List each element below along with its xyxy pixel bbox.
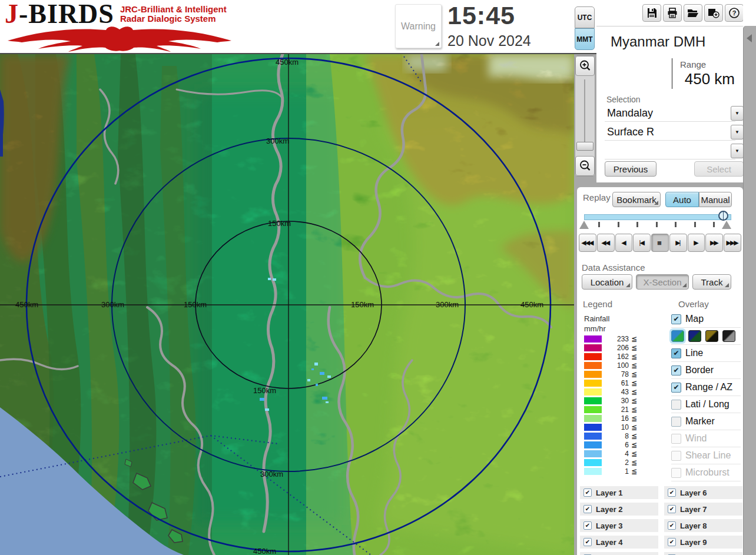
overlay-item-lati-long[interactable]: Lati / Long [671, 396, 741, 413]
panel-collapse-strip[interactable] [743, 26, 756, 555]
step-back-button[interactable]: |◀ [633, 234, 651, 252]
unchecked-checkbox-icon[interactable] [671, 417, 681, 427]
selection-dropdown-product[interactable]: Surface R ▼ [605, 124, 735, 141]
overlay-item-wind[interactable]: Wind [671, 430, 741, 447]
chevron-down-icon[interactable]: ▼ [731, 125, 744, 139]
checked-checkbox-icon[interactable]: ✔ [668, 521, 676, 530]
previous-button[interactable]: Previous [605, 161, 656, 177]
corner-fold-icon [626, 283, 630, 287]
warning-button[interactable]: Warning [395, 4, 442, 48]
overlay-item-map[interactable]: ✔Map [671, 311, 741, 328]
chevron-down-icon[interactable]: ▼ [731, 144, 744, 158]
add-image-button[interactable] [704, 4, 723, 22]
replay-slider-handle[interactable] [718, 211, 728, 221]
checked-checkbox-icon[interactable]: ✔ [668, 488, 676, 497]
zoom-out-button[interactable] [575, 156, 595, 176]
overlay-item-line[interactable]: ✔Line [671, 345, 741, 362]
zoom-slider-handle[interactable] [576, 142, 593, 151]
zoom-slider-track[interactable] [584, 79, 585, 150]
checked-checkbox-icon[interactable]: ✔ [583, 538, 592, 546]
warning-label: Warning [401, 21, 436, 32]
layer-row-layer-7[interactable]: ✔Layer 7 [664, 503, 742, 516]
replay-auto-button[interactable]: Auto [665, 192, 699, 207]
checked-checkbox-icon[interactable]: ✔ [583, 505, 592, 513]
legend-swatch [584, 362, 602, 369]
clock-time: 15:45 [447, 1, 515, 30]
lte-symbol: ≦ [631, 441, 637, 449]
map-style-1-selected[interactable] [671, 330, 684, 342]
checked-checkbox-icon[interactable]: ✔ [671, 314, 681, 324]
save-button[interactable] [642, 4, 661, 22]
legend-value: 100 [609, 361, 629, 370]
print-button[interactable] [663, 4, 682, 22]
overlay-item-marker[interactable]: Marker [671, 413, 741, 430]
zoom-in-button[interactable] [575, 56, 595, 76]
map-style-3[interactable] [705, 330, 718, 342]
play-backward-button[interactable]: ◀ [615, 234, 633, 252]
checked-checkbox-icon[interactable]: ✔ [668, 538, 676, 546]
layer-row-layer-4[interactable]: ✔Layer 4 [580, 536, 658, 549]
overlay-item-shear-line[interactable]: Shear Line [671, 447, 741, 464]
slider-start-marker[interactable] [579, 221, 589, 229]
legend-swatch [584, 397, 602, 404]
layer-row-layer-1[interactable]: ✔Layer 1 [580, 486, 658, 499]
map-style-4[interactable] [722, 330, 735, 342]
utc-button[interactable]: UTC [575, 6, 595, 28]
slider-end-marker[interactable] [722, 221, 731, 229]
overlay-item-microburst[interactable]: Microburst [671, 464, 741, 481]
play-button[interactable]: ▶ [688, 234, 705, 252]
ring-label-450-bottom: 450km [253, 547, 276, 555]
lte-symbol: ≦ [631, 414, 637, 423]
stop-button[interactable]: ■ [651, 234, 669, 252]
ring-label-150-bottom: 150km [253, 386, 276, 395]
checked-checkbox-icon[interactable]: ✔ [671, 348, 681, 358]
unchecked-checkbox-icon[interactable] [671, 468, 681, 478]
select-button[interactable]: Select [694, 161, 744, 177]
layer-row-layer-9[interactable]: ✔Layer 9 [664, 536, 742, 549]
checked-checkbox-icon[interactable]: ✔ [583, 521, 592, 530]
layer-row-layer-3[interactable]: ✔Layer 3 [580, 519, 658, 532]
layer-row-layer-8[interactable]: ✔Layer 8 [664, 519, 742, 532]
radar-echo [265, 408, 269, 411]
selection-dropdown-extra[interactable]: ▼ [605, 143, 735, 159]
rewind-button[interactable]: ◀◀ [597, 234, 615, 252]
mmt-button[interactable]: MMT [575, 28, 595, 50]
ring-label-300-top: 300km [266, 137, 289, 145]
radar-echo [320, 372, 324, 375]
checked-checkbox-icon[interactable]: ✔ [583, 488, 592, 497]
lte-symbol: ≦ [631, 388, 637, 396]
layer-row-layer-10[interactable]: ✔Layer 10 [664, 552, 742, 555]
layer-row-layer-6[interactable]: ✔Layer 6 [664, 486, 742, 499]
layer-label: Layer 4 [596, 538, 623, 547]
radar-map[interactable]: 450km 300km 150km 150km 300km 450km 450k… [0, 54, 574, 555]
legend-row: 8≦ [584, 431, 637, 440]
checked-checkbox-icon[interactable]: ✔ [671, 365, 681, 375]
track-button[interactable]: Track [692, 274, 731, 290]
selection-dropdown-site[interactable]: Mandalay ▼ [605, 105, 735, 122]
svg-text:?: ? [732, 9, 737, 16]
x-section-button[interactable]: X-Section [636, 274, 689, 290]
replay-manual-button[interactable]: Manual [699, 192, 732, 207]
map-style-2[interactable] [688, 330, 701, 342]
fast-forward-button[interactable]: ▶▶▶ [724, 234, 741, 252]
bookmark-button[interactable]: Bookmark [612, 192, 661, 207]
fast-rewind-button[interactable]: ◀◀◀ [579, 234, 596, 252]
overlay-item-range-az[interactable]: ✔Range / AZ [671, 379, 741, 396]
checked-checkbox-icon[interactable]: ✔ [671, 383, 681, 393]
layer-row-layer-2[interactable]: ✔Layer 2 [580, 503, 658, 516]
unchecked-checkbox-icon[interactable] [671, 400, 681, 410]
legend-swatch [584, 353, 602, 360]
checked-checkbox-icon[interactable]: ✔ [668, 505, 676, 513]
open-folder-button[interactable] [684, 4, 702, 22]
location-button[interactable]: Location [582, 274, 632, 290]
forward-button[interactable]: ▶▶ [705, 234, 723, 252]
legend-row: 1≦ [584, 467, 637, 476]
replay-slider-track[interactable] [584, 214, 731, 220]
overlay-item-border[interactable]: ✔Border [671, 362, 741, 379]
step-forward-button[interactable]: ▶| [669, 234, 687, 252]
chevron-down-icon[interactable]: ▼ [731, 106, 744, 121]
help-button[interactable]: ? [725, 4, 744, 22]
unchecked-checkbox-icon[interactable] [671, 434, 681, 444]
layer-row-layer-5[interactable]: ✔Layer 5 [580, 552, 658, 555]
unchecked-checkbox-icon[interactable] [671, 451, 681, 461]
